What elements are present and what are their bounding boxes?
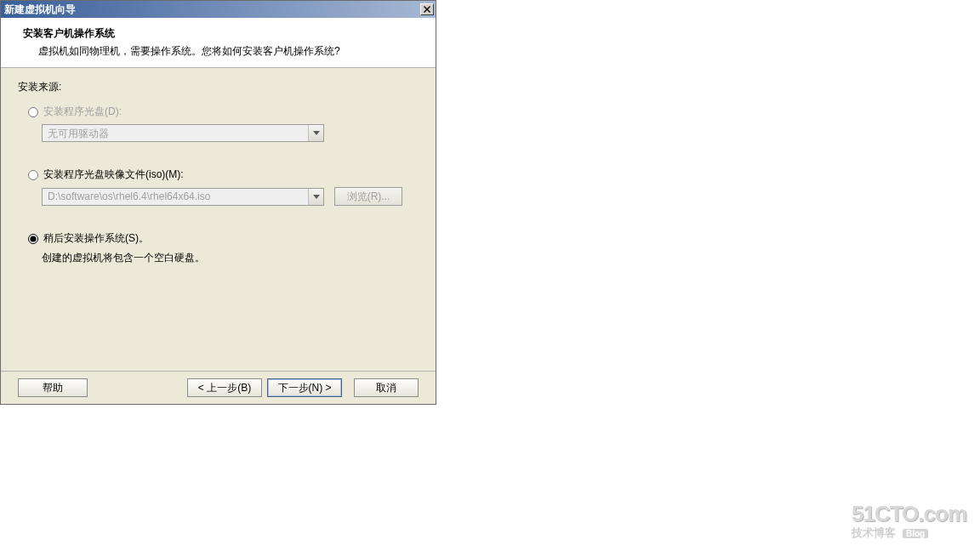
disc-drive-dropdown[interactable]: 无可用驱动器 — [42, 124, 324, 142]
browse-button[interactable]: 浏览(R)... — [334, 187, 402, 206]
radio-installer-disc[interactable]: 安装程序光盘(D): — [28, 105, 419, 119]
chevron-down-icon — [313, 195, 320, 199]
wizard-body: 安装来源: 安装程序光盘(D): 无可用驱动器 安装程序光盘映像文件(iso)(… — [1, 68, 436, 371]
iso-path-value: D:\software\os\rhel6.4\rhel64x64.iso — [43, 189, 308, 205]
titlebar: 新建虚拟机向导 — [1, 1, 436, 18]
radio-iso-image[interactable]: 安装程序光盘映像文件(iso)(M): — [28, 168, 419, 182]
disc-drive-value: 无可用驱动器 — [43, 125, 308, 141]
option-installer-disc: 安装程序光盘(D): 无可用驱动器 — [18, 105, 419, 142]
install-source-label: 安装来源: — [18, 80, 419, 94]
next-button[interactable]: 下一步(N) > — [267, 378, 342, 397]
radio-install-later-label: 稍后安装操作系统(S)。 — [43, 231, 149, 246]
radio-installer-disc-input[interactable] — [28, 107, 38, 117]
cancel-button[interactable]: 取消 — [354, 378, 419, 397]
close-button[interactable] — [420, 3, 434, 15]
watermark-subtitle-row: 技术博客 Blog — [852, 525, 966, 541]
option-iso-image: 安装程序光盘映像文件(iso)(M): D:\software\os\rhel6… — [18, 168, 419, 206]
radio-install-later[interactable]: 稍后安装操作系统(S)。 — [28, 231, 419, 246]
radio-install-later-input[interactable] — [28, 234, 38, 244]
chevron-down-icon — [313, 131, 320, 135]
dropdown-button[interactable] — [308, 189, 323, 205]
option-install-later: 稍后安装操作系统(S)。 创建的虚拟机将包含一个空白硬盘。 — [18, 231, 419, 265]
radio-iso-image-label: 安装程序光盘映像文件(iso)(M): — [43, 168, 184, 182]
watermark-subtitle: 技术博客 — [852, 525, 896, 541]
watermark-badge: Blog — [903, 529, 928, 538]
wizard-footer: 帮助 < 上一步(B) 下一步(N) > 取消 — [1, 371, 436, 404]
iso-path-dropdown[interactable]: D:\software\os\rhel6.4\rhel64x64.iso — [42, 188, 324, 206]
radio-installer-disc-label: 安装程序光盘(D): — [43, 105, 122, 119]
wizard-step-description: 虚拟机如同物理机，需要操作系统。您将如何安装客户机操作系统? — [23, 44, 413, 59]
wizard-step-title: 安装客户机操作系统 — [23, 26, 413, 41]
close-icon — [424, 6, 430, 13]
install-later-hint: 创建的虚拟机将包含一个空白硬盘。 — [42, 251, 419, 265]
watermark: 51CTO.com 技术博客 Blog — [852, 503, 966, 541]
help-button[interactable]: 帮助 — [18, 378, 88, 397]
wizard-header: 安装客户机操作系统 虚拟机如同物理机，需要操作系统。您将如何安装客户机操作系统? — [1, 18, 436, 68]
new-vm-wizard-dialog: 新建虚拟机向导 安装客户机操作系统 虚拟机如同物理机，需要操作系统。您将如何安装… — [0, 0, 436, 405]
dropdown-button[interactable] — [308, 125, 323, 141]
window-title: 新建虚拟机向导 — [4, 3, 76, 17]
back-button[interactable]: < 上一步(B) — [187, 378, 262, 397]
watermark-logo: 51CTO.com — [852, 503, 966, 525]
radio-iso-image-input[interactable] — [28, 170, 38, 180]
